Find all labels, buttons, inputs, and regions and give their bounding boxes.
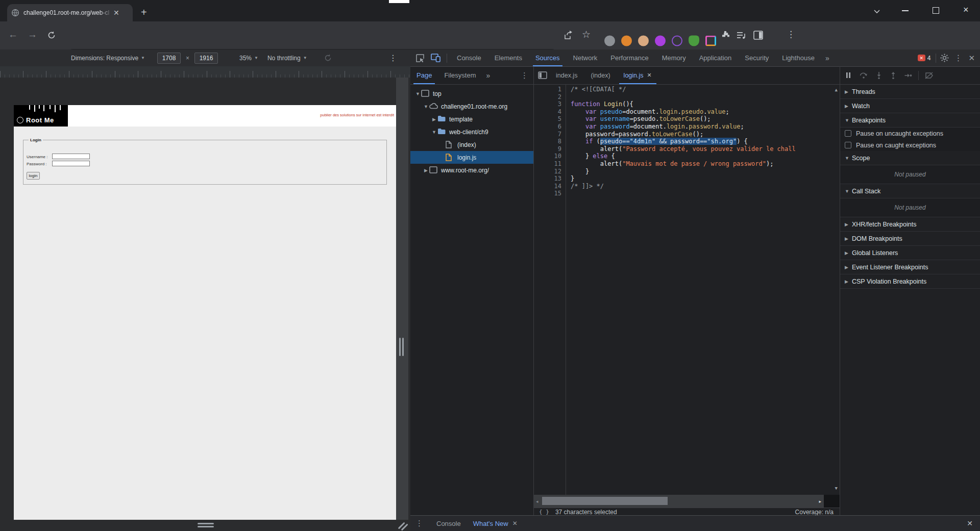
sidebar-section-scope[interactable]: ▼Scope	[840, 151, 980, 165]
editor-tab-close-icon[interactable]: ✕	[647, 72, 652, 79]
drawer-kebab-icon[interactable]: ⋮	[415, 519, 423, 528]
tree-item-top[interactable]: ▼top	[410, 87, 533, 100]
tree-item-www-root-me-org-[interactable]: ▶www.root-me.org/	[410, 164, 533, 176]
line-number[interactable]: 14	[534, 183, 561, 190]
drawer-tab-console[interactable]: Console	[430, 520, 467, 527]
line-number[interactable]: 1	[534, 86, 561, 93]
step-icon[interactable]	[904, 72, 912, 79]
scrollbar-thumb[interactable]	[542, 497, 668, 505]
login-button[interactable]: login	[27, 172, 40, 180]
devtools-tab-application[interactable]: Application	[693, 50, 739, 66]
tree-item-web-client-ch9[interactable]: ▼web-client/ch9	[410, 125, 533, 138]
tree-expand-icon[interactable]: ▼	[431, 130, 437, 135]
tree-expand-icon[interactable]: ▶	[431, 117, 437, 122]
scroll-down-icon[interactable]: ▼	[835, 485, 838, 492]
tree-item-login-js[interactable]: login.js	[410, 151, 533, 164]
maximize-button[interactable]	[933, 7, 939, 14]
sidebar-section-call-stack[interactable]: ▼Call Stack	[840, 184, 980, 198]
step-into-icon[interactable]	[876, 72, 882, 79]
editor-tab--index-[interactable]: (index)	[584, 67, 617, 84]
line-number[interactable]: 9	[534, 145, 561, 153]
editor-tab-login-js[interactable]: login.js✕	[617, 67, 658, 84]
section-expand-icon[interactable]: ▶	[845, 279, 852, 284]
more-tabs-button[interactable]: »	[821, 50, 834, 66]
devtools-tab-memory[interactable]: Memory	[655, 50, 693, 66]
new-tab-button[interactable]: +	[141, 7, 147, 18]
scroll-right-icon[interactable]: ▸	[819, 499, 821, 504]
playlist-icon[interactable]	[737, 31, 746, 40]
screenshot-extension-icon[interactable]	[705, 36, 716, 46]
sidebar-section-global-listeners[interactable]: ▶Global Listeners	[840, 246, 980, 260]
devtools-tab-console[interactable]: Console	[450, 50, 488, 66]
section-expand-icon[interactable]: ▶	[845, 89, 852, 94]
device-toolbar-kebab-icon[interactable]: ⋮	[389, 53, 397, 63]
line-number[interactable]: 15	[534, 190, 561, 197]
rootme-logo[interactable]: Root Me	[14, 105, 68, 127]
tree-item--index-[interactable]: (index)	[410, 138, 533, 151]
step-over-icon[interactable]	[860, 72, 868, 79]
viewport-width-input[interactable]: 1708	[157, 53, 181, 64]
scroll-left-icon[interactable]: ◂	[536, 499, 538, 504]
browser-tab[interactable]: challenge01.root-me.org/web-cl ✕	[7, 4, 133, 21]
devtools-tab-elements[interactable]: Elements	[488, 50, 529, 66]
viewport-right-resizer[interactable]	[396, 78, 408, 520]
device-toolbar-toggle-icon[interactable]	[431, 54, 440, 62]
sidebar-section-event-listener-breakpoints[interactable]: ▶Event Listener Breakpoints	[840, 260, 980, 274]
side-panel-icon[interactable]	[753, 31, 763, 40]
line-number[interactable]: 3	[534, 100, 561, 108]
viewport-height-input[interactable]: 1916	[194, 53, 218, 64]
checkbox[interactable]	[845, 130, 851, 137]
line-number[interactable]: 2	[534, 93, 561, 101]
tree-expand-icon[interactable]: ▼	[423, 104, 429, 109]
error-badge-icon[interactable]: ✕	[918, 55, 925, 61]
tab-close-icon[interactable]: ✕	[113, 9, 119, 16]
sidebar-section-breakpoints[interactable]: ▼Breakpoints	[840, 113, 980, 128]
dimensions-select[interactable]: Dimensions: Responsive	[71, 55, 138, 62]
pause-icon[interactable]	[845, 72, 851, 79]
devtools-tab-security[interactable]: Security	[738, 50, 775, 66]
bookmark-star-icon[interactable]: ☆	[582, 29, 591, 40]
navigator-toggle-icon[interactable]	[538, 71, 547, 79]
line-number[interactable]: 10	[534, 153, 561, 160]
sidebar-section-watch[interactable]: ▶Watch	[840, 99, 980, 113]
line-number[interactable]: 11	[534, 160, 561, 168]
zoom-select[interactable]: 35%	[239, 55, 252, 62]
devtools-close-icon[interactable]: ✕	[968, 54, 975, 63]
devtools-kebab-icon[interactable]: ⋮	[954, 53, 962, 63]
tree-item-challenge01-root-me-org[interactable]: ▼challenge01.root-me.org	[410, 100, 533, 113]
tab-search-chevron-icon[interactable]	[873, 7, 881, 15]
line-number[interactable]: 13	[534, 175, 561, 183]
face-extension-icon[interactable]	[638, 36, 649, 46]
back-icon[interactable]: ←	[8, 29, 18, 40]
reload-icon[interactable]	[47, 31, 56, 40]
step-out-icon[interactable]	[890, 72, 896, 79]
share-icon[interactable]	[564, 31, 573, 40]
tree-expand-icon[interactable]: ▶	[423, 168, 429, 173]
username-input[interactable]	[52, 154, 90, 159]
drawer-close-icon[interactable]: ✕	[967, 519, 973, 527]
sidebar-section-threads[interactable]: ▶Threads	[840, 85, 980, 99]
navigator-kebab-icon[interactable]: ⋮	[521, 71, 528, 80]
section-expand-icon[interactable]: ▼	[845, 189, 852, 194]
signal-extension-icon[interactable]	[672, 36, 682, 46]
sidebar-section-xhr-fetch-breakpoints[interactable]: ▶XHR/fetch Breakpoints	[840, 217, 980, 232]
checkbox[interactable]	[845, 142, 851, 148]
line-number[interactable]: 5	[534, 115, 561, 123]
navigator-more-tabs-button[interactable]: »	[482, 67, 495, 84]
format-code-icon[interactable]: { }	[539, 509, 549, 515]
fox-extension-icon[interactable]	[621, 36, 632, 46]
section-expand-icon[interactable]: ▶	[845, 250, 852, 256]
deactivate-breakpoints-icon[interactable]	[925, 72, 934, 79]
devtools-tab-network[interactable]: Network	[567, 50, 604, 66]
section-expand-icon[interactable]: ▶	[845, 104, 852, 109]
window-close-button[interactable]: ×	[963, 5, 969, 15]
sidebar-section-csp-violation-breakpoints[interactable]: ▶CSP Violation Breakpoints	[840, 274, 980, 289]
tree-expand-icon[interactable]: ▼	[414, 91, 421, 96]
devtools-settings-gear-icon[interactable]	[940, 54, 949, 62]
navigator-tab-filesystem[interactable]: Filesystem	[438, 67, 482, 84]
section-expand-icon[interactable]: ▶	[845, 236, 852, 241]
tree-item-template[interactable]: ▶template	[410, 113, 533, 125]
scroll-up-icon[interactable]: ▲	[835, 86, 838, 94]
line-number[interactable]: 8	[534, 138, 561, 145]
horizontal-scrollbar[interactable]: ◂ ▸	[534, 495, 840, 508]
